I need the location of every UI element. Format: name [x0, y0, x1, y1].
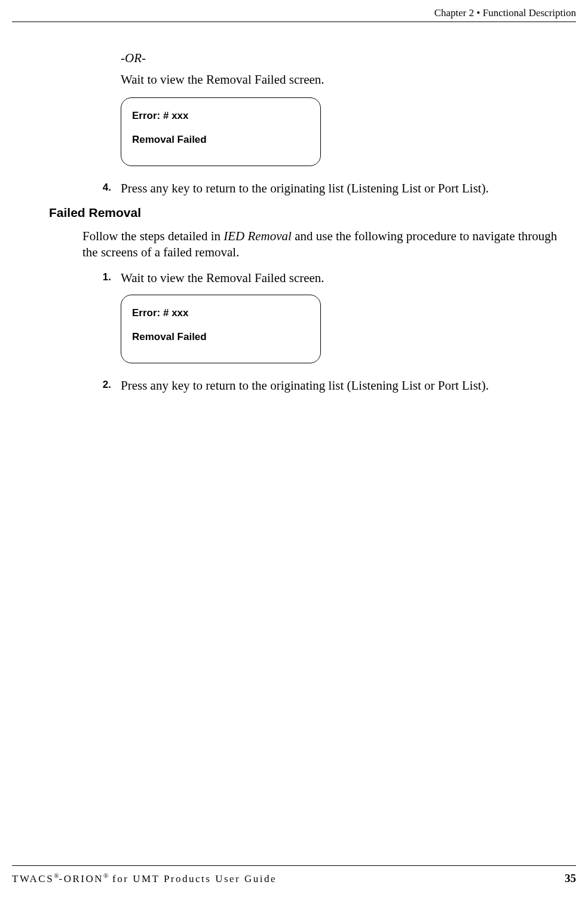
page-footer: TWACS®-ORION® for UMT Products User Guid… [12, 865, 576, 885]
step-number: 1. [99, 270, 121, 286]
screen-status-line: Removal Failed [132, 331, 310, 343]
step-text: Wait to view the Removal Failed screen. [121, 270, 324, 286]
step-text: Press any key to return to the originati… [121, 180, 489, 197]
screen-error-line: Error: # xxx [132, 307, 310, 319]
screen-display-1: Error: # xxx Removal Failed [121, 97, 321, 166]
step-1: 1. Wait to view the Removal Failed scree… [99, 270, 570, 286]
screen-status-line: Removal Failed [132, 134, 310, 146]
page-header: Chapter 2 • Functional Description [12, 7, 576, 22]
or-separator: -OR- [121, 51, 570, 66]
step-number: 2. [99, 378, 121, 394]
footer-title: TWACS®-ORION® for UMT Products User Guid… [12, 872, 277, 885]
section-heading: Failed Removal [49, 206, 570, 220]
section-intro: Follow the steps detailed in IED Removal… [82, 228, 570, 261]
step-text: Press any key to return to the originati… [121, 378, 489, 394]
screen-error-line: Error: # xxx [132, 110, 310, 122]
step-2: 2. Press any key to return to the origin… [99, 378, 570, 394]
page-number: 35 [565, 872, 576, 885]
ied-removal-reference: IED Removal [223, 229, 292, 243]
step-number: 4. [99, 180, 121, 197]
screen-display-2: Error: # xxx Removal Failed [121, 295, 321, 363]
step-4: 4. Press any key to return to the origin… [99, 180, 570, 197]
wait-instruction-text: Wait to view the Removal Failed screen. [121, 72, 570, 88]
